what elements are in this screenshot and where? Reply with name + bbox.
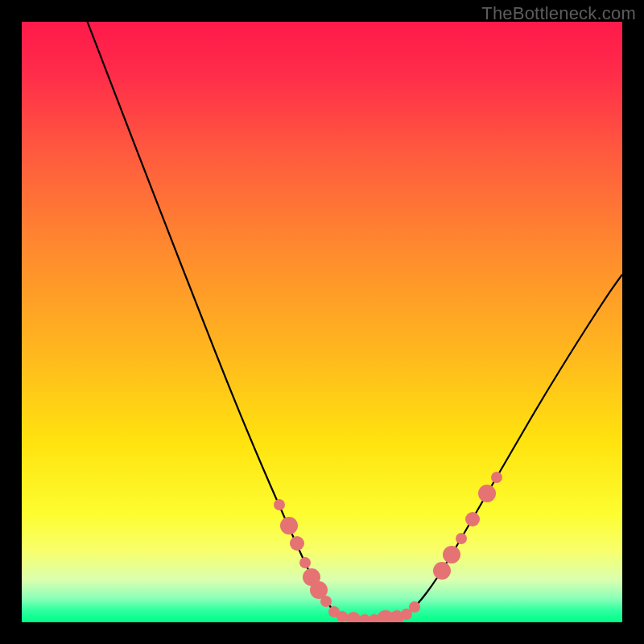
data-marker	[409, 601, 420, 613]
data-marker	[280, 517, 298, 535]
bottleneck-curve	[22, 22, 622, 622]
data-marker	[465, 512, 480, 526]
curve-path	[78, 22, 622, 620]
data-marker	[433, 562, 451, 580]
data-marker	[491, 472, 502, 483]
data-marker	[320, 596, 332, 607]
data-marker	[478, 485, 496, 502]
data-marker	[299, 557, 311, 568]
data-marker	[456, 533, 467, 544]
data-marker	[290, 536, 304, 551]
data-marker	[274, 499, 285, 510]
data-marker	[443, 546, 460, 564]
chart-frame	[22, 22, 622, 622]
